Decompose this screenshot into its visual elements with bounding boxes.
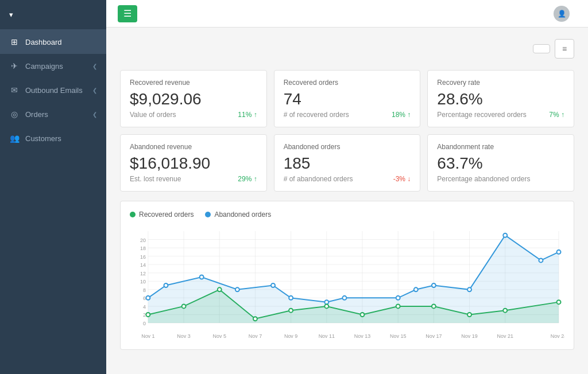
content-area: ≡ Recovered revenue $9,029.06 Value of o…: [106, 28, 588, 374]
stat-label-recovery-rate: Recovery rate: [437, 79, 564, 87]
svg-text:Nov 1: Nov 1: [141, 333, 154, 339]
outbound-emails-chevron-icon: ❮: [92, 87, 97, 94]
sidebar-nav: ⊞ Dashboard ✈ Campaigns ❮ ✉ Outbound Ema…: [0, 30, 106, 374]
svg-text:2: 2: [143, 312, 146, 318]
stat-change-abandoned-orders: -3% ↓: [393, 175, 411, 183]
svg-text:Nov 19: Nov 19: [461, 333, 477, 339]
svg-point-51: [289, 296, 293, 300]
svg-text:10: 10: [140, 279, 146, 285]
chart-legend: Recovered orders Abandoned orders: [130, 211, 564, 219]
sidebar-item-customers-label: Customers: [25, 134, 61, 143]
chart-wrap: 02468101214161820Nov 1Nov 3Nov 5Nov 7Nov…: [130, 225, 564, 340]
svg-point-58: [503, 233, 507, 237]
topbar-left: ☰: [118, 5, 137, 22]
stat-card-recovery-rate: Recovery rate 28.6% Percentage recovered…: [427, 70, 574, 127]
campaigns-chevron-icon: ❮: [92, 63, 97, 69]
svg-point-67: [361, 313, 365, 317]
sidebar-item-outbound-emails[interactable]: ✉ Outbound Emails ❮: [0, 78, 106, 102]
stat-value-recovery-rate: 28.6%: [437, 90, 564, 108]
menu-button[interactable]: ☰: [118, 5, 137, 22]
stat-label-recovered-revenue: Recovered revenue: [130, 79, 257, 87]
svg-text:Nov 7: Nov 7: [249, 333, 262, 339]
date-range-area: ≡: [533, 39, 574, 59]
svg-point-52: [324, 300, 328, 304]
svg-text:20: 20: [140, 237, 146, 243]
stat-sublabel-abandoned-revenue: Est. lost revenue: [130, 175, 181, 183]
svg-point-62: [182, 304, 186, 308]
stat-sub-recovered-revenue: Value of orders 11% ↑: [130, 111, 257, 119]
svg-point-50: [271, 283, 275, 287]
svg-text:Nov 5: Nov 5: [213, 333, 226, 339]
stat-sub-abandoned-orders: # of abandoned orders -3% ↓: [284, 175, 411, 183]
stat-value-abandonment-rate: 63.7%: [437, 154, 564, 173]
svg-text:Nov 17: Nov 17: [425, 333, 442, 339]
stat-card-recovered-orders: Recovered orders 74 # of recovered order…: [274, 70, 421, 127]
svg-point-66: [324, 304, 328, 308]
stat-card-abandonment-rate: Abandonment rate 63.7% Percentage abando…: [427, 134, 574, 192]
svg-point-68: [396, 304, 400, 308]
stat-change-abandoned-revenue: 29% ↑: [238, 175, 257, 183]
svg-point-46: [146, 296, 150, 300]
stat-label-abandoned-orders: Abandoned orders: [284, 143, 411, 151]
dashboard-header: ≡: [120, 39, 574, 59]
site-header[interactable]: ▾: [0, 0, 106, 30]
chart-card: Recovered orders Abandoned orders 024681…: [120, 201, 574, 350]
sidebar-item-customers[interactable]: 👥 Customers: [0, 126, 106, 150]
svg-point-61: [146, 313, 150, 317]
sidebar-item-orders-label: Orders: [25, 110, 48, 119]
svg-point-64: [253, 317, 257, 321]
sidebar-item-dashboard[interactable]: ⊞ Dashboard: [0, 30, 106, 54]
svg-text:Nov 13: Nov 13: [354, 333, 370, 339]
stat-value-abandoned-revenue: $16,018.90: [130, 154, 257, 173]
sidebar-item-campaigns[interactable]: ✈ Campaigns ❮: [0, 54, 106, 78]
orders-icon: ◎: [9, 110, 20, 119]
svg-text:Nov 3: Nov 3: [177, 333, 190, 339]
svg-text:Nov 24: Nov 24: [551, 333, 564, 339]
stat-sub-abandonment-rate: Percentage abandoned orders: [437, 175, 564, 183]
svg-point-53: [342, 296, 346, 300]
recovered-legend-label: Recovered orders: [139, 211, 194, 219]
user-menu[interactable]: 👤: [554, 6, 577, 22]
dashboard-icon: ⊞: [9, 37, 20, 46]
sidebar-item-campaigns-label: Campaigns: [25, 62, 63, 71]
stat-change-recovered-revenue: 11% ↑: [238, 111, 257, 119]
abandoned-legend-label: Abandoned orders: [214, 211, 271, 219]
line-chart: 02468101214161820Nov 1Nov 3Nov 5Nov 7Nov…: [130, 225, 564, 340]
svg-text:14: 14: [140, 262, 146, 268]
outbound-emails-icon: ✉: [9, 85, 20, 95]
svg-point-48: [200, 275, 204, 279]
svg-text:Nov 11: Nov 11: [319, 333, 335, 339]
campaigns-icon: ✈: [9, 61, 20, 71]
filter-button[interactable]: ≡: [555, 39, 574, 59]
stat-label-recovered-orders: Recovered orders: [284, 79, 411, 87]
svg-text:8: 8: [143, 287, 146, 293]
svg-text:16: 16: [140, 254, 146, 260]
stat-card-recovered-revenue: Recovered revenue $9,029.06 Value of ord…: [120, 70, 267, 127]
user-avatar-icon: 👤: [558, 10, 566, 18]
main-area: ☰ 👤 ≡: [106, 0, 588, 374]
abandoned-legend-dot: [205, 212, 211, 217]
svg-text:Nov 21: Nov 21: [497, 333, 513, 339]
legend-recovered: Recovered orders: [130, 211, 194, 219]
svg-point-59: [539, 258, 543, 262]
legend-abandoned: Abandoned orders: [205, 211, 271, 219]
svg-point-47: [164, 283, 168, 287]
stat-sub-abandoned-revenue: Est. lost revenue 29% ↑: [130, 175, 257, 183]
svg-text:6: 6: [143, 295, 146, 301]
svg-point-72: [557, 300, 561, 304]
svg-text:Nov 9: Nov 9: [284, 333, 297, 339]
date-range-button[interactable]: [533, 44, 550, 53]
sidebar-item-dashboard-label: Dashboard: [25, 38, 62, 46]
recovered-legend-dot: [130, 212, 136, 217]
stat-sublabel-abandonment-rate: Percentage abandoned orders: [437, 175, 530, 183]
svg-point-57: [467, 287, 471, 291]
svg-point-54: [396, 296, 400, 300]
svg-point-60: [557, 250, 561, 254]
sidebar-item-orders[interactable]: ◎ Orders ❮: [0, 102, 106, 126]
svg-point-69: [432, 304, 436, 308]
filter-icon: ≡: [562, 44, 567, 53]
stats-grid: Recovered revenue $9,029.06 Value of ord…: [120, 70, 574, 192]
stat-sublabel-recovered-orders: # of recovered orders: [284, 111, 349, 119]
svg-point-55: [414, 287, 418, 291]
topbar: ☰ 👤: [106, 0, 588, 28]
